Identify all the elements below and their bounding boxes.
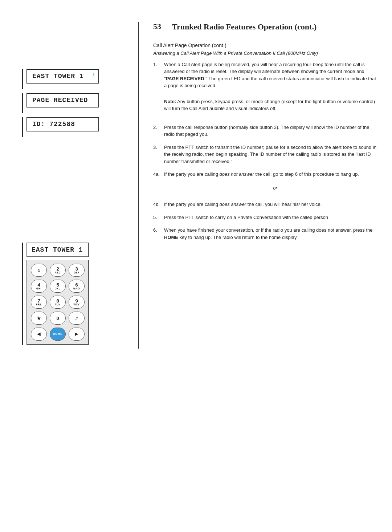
step-1-text: When a Call Alert page is being received… — [164, 61, 377, 89]
step-1: 1. When a Call Alert page is being recei… — [153, 61, 377, 89]
keypad-body: 1 2 ABC 3 DEF — [26, 260, 89, 345]
key-9-sub: WXY — [73, 303, 79, 306]
display-bar-3 — [22, 117, 23, 137]
key-2[interactable]: 2 ABC — [50, 264, 66, 277]
nav-row: ◄ HOME ► — [31, 328, 85, 341]
step-3: 3. Press the PTT switch to transmit the … — [153, 144, 377, 165]
key-8[interactable]: 8 TUV — [50, 296, 66, 309]
step-4a-num: 4a. — [153, 171, 161, 178]
step-3-num: 3. — [153, 144, 161, 165]
step-2-num: 2. — [153, 124, 161, 138]
key-6-sub: MNO — [73, 287, 80, 290]
display-group-page-received: PAGE RECEIVED — [22, 93, 138, 113]
bold-home: HOME — [164, 235, 178, 240]
key-6-main: 6 — [75, 283, 78, 287]
id-display-text: ID: 722588 — [32, 121, 93, 128]
key-star[interactable]: ★ — [31, 312, 47, 325]
key-3-sub: DEF — [74, 271, 79, 274]
step-6-text: When you have finished your conversation… — [164, 227, 377, 241]
key-8-sub: TUV — [55, 303, 61, 306]
lcd-page-received: PAGE RECEIVED — [26, 93, 99, 107]
key-1[interactable]: 1 — [31, 264, 47, 277]
key-5-main: 5 — [56, 283, 59, 287]
step-4a-text: If the party you are calling does not an… — [164, 171, 377, 178]
key-pound-main: # — [75, 316, 78, 321]
keypad-row-2: 4 GHI 5 JKL 6 MNO — [31, 280, 85, 293]
key-9-main: 9 — [75, 299, 78, 303]
home-button[interactable]: HOME — [50, 328, 66, 341]
note-text: Note: Any button press, keypad press, or… — [164, 98, 377, 112]
key-0-main: 0 — [56, 316, 59, 321]
note-label: Note: — [164, 99, 176, 104]
italic-does-answer: does answer — [219, 202, 246, 207]
note-item: Note: Any button press, keypad press, or… — [153, 95, 377, 118]
step-4b: 4b. If the party you are calling does an… — [153, 201, 377, 208]
display-bar-4 — [22, 243, 23, 345]
step-1-num: 1. — [153, 61, 161, 89]
steps-list: 1. When a Call Alert page is being recei… — [153, 61, 377, 241]
radio-device: EAST TOWER 1 1 2 ABC — [26, 243, 89, 345]
key-2-main: 2 — [56, 267, 59, 271]
lcd-id-display: ID: 722588 — [26, 117, 99, 131]
step-6-num: 6. — [153, 227, 161, 241]
display-group-east-tower: ♪ EAST TOWER 1 — [22, 69, 138, 89]
key-6[interactable]: 6 MNO — [69, 280, 85, 293]
key-pound[interactable]: # — [69, 312, 85, 325]
lcd-east-tower-1: ♪ EAST TOWER 1 — [26, 69, 99, 84]
left-column: ♪ EAST TOWER 1 PAGE RECEIVED ID: 722588 — [22, 22, 138, 349]
section-title-block: 53 Trunked Radio Features Operation (con… — [153, 22, 377, 32]
page-received-text: PAGE RECEIVED — [32, 97, 93, 104]
key-3[interactable]: 3 DEF — [69, 264, 85, 277]
step-5-text: Press the PTT switch to carry on a Priva… — [164, 214, 377, 221]
key-1-main: 1 — [37, 268, 40, 273]
or-num — [153, 184, 161, 195]
key-star-main: ★ — [37, 316, 41, 321]
radio-device-group: EAST TOWER 1 1 2 ABC — [22, 243, 89, 349]
section-number: 53 — [153, 22, 166, 31]
key-5[interactable]: 5 JKL — [50, 280, 66, 293]
subsection-heading: Call Alert Page Operation (cont.) — [153, 42, 377, 48]
bold-page-received: PAGE RECEIVED — [166, 76, 204, 81]
nav-left-button[interactable]: ◄ — [31, 328, 47, 341]
subsection-subheading: Answering a Call Alert Page With a Priva… — [153, 50, 377, 56]
key-7[interactable]: 7 PRS — [31, 296, 47, 309]
key-4[interactable]: 4 GHI — [31, 280, 47, 293]
radio-screen: EAST TOWER 1 — [26, 243, 89, 257]
radio-with-keypad: EAST TOWER 1 1 2 ABC — [22, 243, 89, 345]
step-2-text: Press the call response button (normally… — [164, 124, 377, 138]
nav-right-icon: ► — [74, 331, 79, 337]
note-num — [153, 95, 161, 118]
step-6: 6. When you have finished your conversat… — [153, 227, 377, 241]
keypad-row-4: ★ 0 # — [31, 312, 85, 325]
radio-screen-text: EAST TOWER 1 — [32, 246, 83, 253]
key-0[interactable]: 0 — [50, 312, 66, 325]
step-4a: 4a. If the party you are calling does no… — [153, 171, 377, 178]
key-2-sub: ABC — [55, 271, 61, 274]
key-9[interactable]: 9 WXY — [69, 296, 85, 309]
home-label: HOME — [53, 333, 62, 336]
italic-does-not-answer: does not answer — [219, 171, 254, 177]
east-tower-1-text: EAST TOWER 1 — [32, 73, 93, 80]
step-5: 5. Press the PTT switch to carry on a Pr… — [153, 214, 377, 221]
step-2: 2. Press the call response button (norma… — [153, 124, 377, 138]
nav-left-icon: ◄ — [36, 331, 42, 337]
or-text: or — [173, 184, 377, 192]
key-7-sub: PRS — [36, 303, 42, 306]
key-4-sub: GHI — [36, 287, 41, 290]
step-3-text: Press the PTT switch to transmit the ID … — [164, 144, 377, 165]
key-5-sub: JKL — [55, 287, 61, 290]
right-column: 53 Trunked Radio Features Operation (con… — [138, 22, 377, 349]
note-icon: ♪ — [92, 72, 95, 77]
page-container: ♪ EAST TOWER 1 PAGE RECEIVED ID: 722588 — [0, 0, 392, 370]
section-title: Trunked Radio Features Operation (cont.) — [172, 22, 317, 32]
key-4-main: 4 — [37, 283, 40, 287]
key-7-main: 7 — [37, 299, 40, 303]
step-4b-num: 4b. — [153, 201, 161, 208]
key-8-main: 8 — [56, 299, 59, 303]
step-4b-text: If the party you are calling does answer… — [164, 201, 377, 208]
keypad-row-1: 1 2 ABC 3 DEF — [31, 264, 85, 277]
or-item: or — [153, 184, 377, 195]
keypad-row-3: 7 PRS 8 TUV 9 WXY — [31, 296, 85, 309]
display-group-id: ID: 722588 — [22, 117, 138, 137]
nav-right-button[interactable]: ► — [69, 328, 85, 341]
